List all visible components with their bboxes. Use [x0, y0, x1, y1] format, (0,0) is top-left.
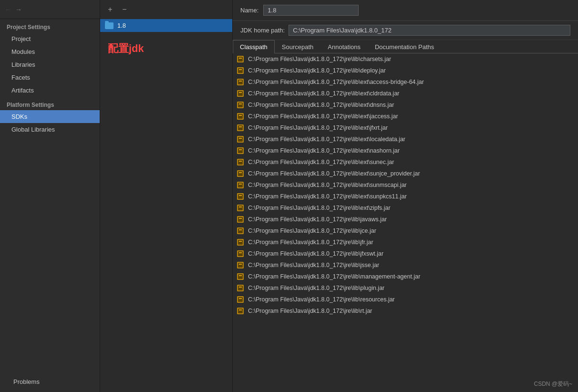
- file-list-item[interactable]: C:\Program Files\Java\jdk1.8.0_172\jre\l…: [233, 111, 578, 122]
- file-path-text: C:\Program Files\Java\jdk1.8.0_172\jre\l…: [248, 239, 373, 246]
- file-list-item[interactable]: C:\Program Files\Java\jdk1.8.0_172\jre\l…: [233, 99, 578, 111]
- sidebar-item-global-libraries[interactable]: Global Libraries: [0, 123, 100, 136]
- file-list-item[interactable]: C:\Program Files\Java\jdk1.8.0_172\jre\l…: [233, 259, 578, 271]
- sidebar-item-project[interactable]: Project: [0, 32, 100, 45]
- jar-file-icon: [237, 227, 244, 235]
- jar-file-icon: [237, 78, 244, 86]
- file-path-text: C:\Program Files\Java\jdk1.8.0_172\jre\l…: [248, 113, 398, 120]
- file-list-item[interactable]: C:\Program Files\Java\jdk1.8.0_172\jre\l…: [233, 76, 578, 88]
- file-list-item[interactable]: C:\Program Files\Java\jdk1.8.0_172\jre\l…: [233, 122, 578, 134]
- file-path-text: C:\Program Files\Java\jdk1.8.0_172\jre\l…: [248, 250, 383, 257]
- classpath-file-list: C:\Program Files\Java\jdk1.8.0_172\jre\l…: [233, 53, 578, 392]
- file-list-item[interactable]: C:\Program Files\Java\jdk1.8.0_172\jre\l…: [233, 134, 578, 145]
- jdk-home-label: JDK home path:: [240, 27, 285, 34]
- sidebar-item-libraries[interactable]: Libraries: [0, 58, 100, 71]
- jar-file-icon: [237, 170, 244, 177]
- right-panel: Name: JDK home path: Classpath Sourcepat…: [233, 0, 578, 392]
- jdk-home-input[interactable]: [289, 25, 570, 36]
- jdk-path-row: JDK home path:: [233, 21, 578, 40]
- file-list-item[interactable]: C:\Program Files\Java\jdk1.8.0_172\jre\l…: [233, 225, 578, 237]
- jar-file-icon: [237, 55, 244, 63]
- add-sdk-button[interactable]: +: [105, 4, 115, 15]
- jar-file-icon: [237, 67, 244, 74]
- back-arrow-icon[interactable]: ←: [5, 6, 11, 13]
- file-path-text: C:\Program Files\Java\jdk1.8.0_172\jre\l…: [248, 227, 376, 234]
- jar-file-icon: [237, 307, 244, 315]
- jar-file-icon: [237, 181, 244, 189]
- file-list-item[interactable]: C:\Program Files\Java\jdk1.8.0_172\jre\l…: [233, 248, 578, 259]
- jar-file-icon: [237, 193, 244, 200]
- jar-file-icon: [237, 135, 244, 143]
- sdk-name-label: 1.8: [117, 22, 126, 29]
- file-path-text: C:\Program Files\Java\jdk1.8.0_172\jre\l…: [248, 205, 391, 211]
- project-settings-label: Project Settings: [0, 19, 100, 32]
- jar-file-icon: [237, 147, 244, 155]
- jar-file-icon: [237, 101, 244, 109]
- jar-file-icon: [237, 158, 244, 166]
- jar-file-icon: [237, 296, 244, 303]
- file-path-text: C:\Program Files\Java\jdk1.8.0_172\jre\l…: [248, 147, 400, 154]
- jar-file-icon: [237, 113, 244, 120]
- right-header: Name:: [233, 0, 578, 21]
- file-list-item[interactable]: C:\Program Files\Java\jdk1.8.0_172\jre\l…: [233, 271, 578, 282]
- tab-sourcepath[interactable]: Sourcepath: [275, 40, 321, 53]
- file-list-item[interactable]: C:\Program Files\Java\jdk1.8.0_172\jre\l…: [233, 282, 578, 294]
- tab-documentation-paths[interactable]: Documentation Paths: [368, 40, 441, 53]
- file-path-text: C:\Program Files\Java\jdk1.8.0_172\jre\l…: [248, 193, 407, 200]
- file-list-item[interactable]: C:\Program Files\Java\jdk1.8.0_172\jre\l…: [233, 179, 578, 191]
- file-path-text: C:\Program Files\Java\jdk1.8.0_172\jre\l…: [248, 170, 420, 177]
- file-list-item[interactable]: C:\Program Files\Java\jdk1.8.0_172\jre\l…: [233, 53, 578, 65]
- sdk-folder-icon: [105, 22, 114, 29]
- file-path-text: C:\Program Files\Java\jdk1.8.0_172\jre\l…: [248, 102, 394, 108]
- name-input[interactable]: [263, 5, 359, 16]
- tab-classpath[interactable]: Classpath: [233, 40, 275, 53]
- jar-file-icon: [237, 204, 244, 212]
- sidebar-item-artifacts[interactable]: Artifacts: [0, 84, 100, 97]
- file-path-text: C:\Program Files\Java\jdk1.8.0_172\jre\l…: [248, 182, 407, 188]
- sidebar-item-sdks[interactable]: SDKs: [0, 110, 100, 123]
- file-list-item[interactable]: C:\Program Files\Java\jdk1.8.0_172\jre\l…: [233, 65, 578, 76]
- configure-jdk-text: 配置jdk: [100, 32, 232, 65]
- middle-toolbar: + −: [100, 0, 232, 19]
- file-list-item[interactable]: C:\Program Files\Java\jdk1.8.0_172\jre\l…: [233, 305, 578, 317]
- jar-file-icon: [237, 273, 244, 280]
- sidebar-item-problems[interactable]: Problems: [7, 375, 93, 388]
- jar-file-icon: [237, 250, 244, 258]
- jar-file-icon: [237, 238, 244, 246]
- tab-annotations[interactable]: Annotations: [320, 40, 368, 53]
- file-path-text: C:\Program Files\Java\jdk1.8.0_172\jre\l…: [248, 56, 391, 62]
- watermark-text: CSDN @爱码~: [534, 380, 572, 388]
- file-path-text: C:\Program Files\Java\jdk1.8.0_172\jre\l…: [248, 136, 405, 143]
- jar-file-icon: [237, 90, 244, 97]
- file-path-text: C:\Program Files\Java\jdk1.8.0_172\jre\l…: [248, 79, 424, 85]
- file-path-text: C:\Program Files\Java\jdk1.8.0_172\jre\l…: [248, 262, 379, 268]
- file-path-text: C:\Program Files\Java\jdk1.8.0_172\jre\l…: [248, 216, 387, 223]
- file-path-text: C:\Program Files\Java\jdk1.8.0_172\jre\l…: [248, 285, 384, 291]
- file-list-item[interactable]: C:\Program Files\Java\jdk1.8.0_172\jre\l…: [233, 88, 578, 99]
- jar-file-icon: [237, 216, 244, 223]
- jar-file-icon: [237, 284, 244, 292]
- file-list-item[interactable]: C:\Program Files\Java\jdk1.8.0_172\jre\l…: [233, 191, 578, 202]
- file-path-text: C:\Program Files\Java\jdk1.8.0_172\jre\l…: [248, 67, 386, 74]
- platform-settings-label: Platform Settings: [0, 97, 100, 110]
- name-label: Name:: [240, 7, 258, 14]
- file-path-text: C:\Program Files\Java\jdk1.8.0_172\jre\l…: [248, 124, 388, 131]
- tabs-row: Classpath Sourcepath Annotations Documen…: [233, 40, 578, 53]
- sidebar-item-facets[interactable]: Facets: [0, 71, 100, 84]
- forward-arrow-icon[interactable]: →: [15, 6, 22, 13]
- middle-panel: + − 1.8 配置jdk: [100, 0, 233, 392]
- file-path-text: C:\Program Files\Java\jdk1.8.0_172\jre\l…: [248, 159, 394, 165]
- sdk-list-item-1.8[interactable]: 1.8: [100, 19, 232, 32]
- file-list-item[interactable]: C:\Program Files\Java\jdk1.8.0_172\jre\l…: [233, 214, 578, 225]
- file-path-text: C:\Program Files\Java\jdk1.8.0_172\jre\l…: [248, 296, 395, 303]
- file-list-item[interactable]: C:\Program Files\Java\jdk1.8.0_172\jre\l…: [233, 168, 578, 179]
- sidebar-item-modules[interactable]: Modules: [0, 45, 100, 58]
- file-list-item[interactable]: C:\Program Files\Java\jdk1.8.0_172\jre\l…: [233, 145, 578, 156]
- file-list-item[interactable]: C:\Program Files\Java\jdk1.8.0_172\jre\l…: [233, 237, 578, 248]
- remove-sdk-button[interactable]: −: [119, 4, 130, 15]
- file-list-item[interactable]: C:\Program Files\Java\jdk1.8.0_172\jre\l…: [233, 294, 578, 305]
- file-list-item[interactable]: C:\Program Files\Java\jdk1.8.0_172\jre\l…: [233, 156, 578, 168]
- file-path-text: C:\Program Files\Java\jdk1.8.0_172\jre\l…: [248, 90, 400, 97]
- file-list-item[interactable]: C:\Program Files\Java\jdk1.8.0_172\jre\l…: [233, 202, 578, 214]
- sidebar: ← → Project Settings Project Modules Lib…: [0, 0, 100, 392]
